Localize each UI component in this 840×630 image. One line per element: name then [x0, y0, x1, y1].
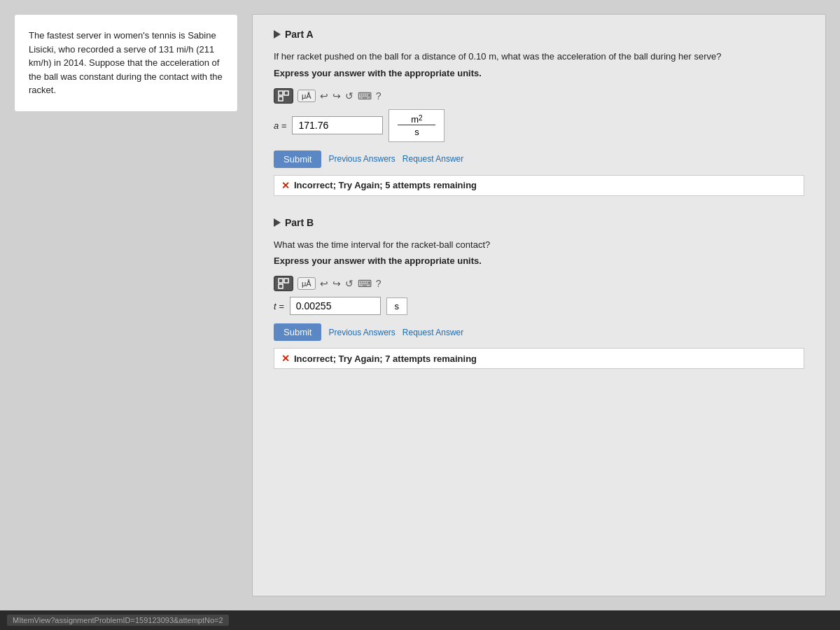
part-a-chevron[interactable] — [274, 30, 281, 38]
part-a-answer-label: a = — [274, 120, 286, 131]
bottom-bar: MItemView?assignmentProblemID=159123093&… — [0, 610, 840, 630]
url-display: MItemView?assignmentProblemID=159123093&… — [7, 615, 229, 626]
part-b-answer-row: t = s — [274, 297, 804, 315]
help-icon-b[interactable]: ? — [376, 278, 382, 289]
part-b-chevron[interactable] — [274, 218, 281, 227]
problem-context-panel: The fastest server in women's tennis is … — [14, 14, 238, 112]
part-a-submit-button[interactable]: Submit — [274, 150, 321, 168]
svg-rect-3 — [279, 279, 283, 283]
part-a-submit-row: Submit Previous Answers Request Answer — [274, 150, 804, 168]
part-b-toolbar: μÅ ↩ ↪ ↺ ⌨ ? — [274, 276, 804, 291]
greek-btn-a[interactable]: μÅ — [298, 90, 316, 102]
part-a-section: Part A If her racket pushed on the ball … — [274, 29, 804, 196]
part-a-header: Part A — [274, 29, 804, 40]
part-a-answer-row: a = m2 s — [274, 109, 804, 142]
problem-context-text: The fastest server in women's tennis is … — [29, 30, 223, 95]
part-a-unit-sup: 2 — [419, 114, 423, 122]
matrix-icon-b[interactable] — [274, 276, 293, 291]
part-a-feedback: ✕ Incorrect; Try Again; 5 attempts remai… — [274, 175, 804, 196]
part-a-incorrect-icon: ✕ — [281, 180, 290, 191]
part-b-unit: s — [386, 298, 407, 315]
part-b-answer-input[interactable] — [290, 297, 381, 315]
part-b-label: Part B — [285, 217, 314, 228]
part-a-previous-answers-link[interactable]: Previous Answers — [328, 154, 395, 164]
svg-rect-4 — [284, 279, 288, 283]
svg-rect-0 — [279, 91, 283, 95]
redo-icon-b[interactable]: ↪ — [332, 278, 341, 289]
help-icon-a[interactable]: ? — [376, 90, 382, 102]
svg-rect-1 — [284, 91, 288, 95]
part-a-toolbar: μÅ ↩ ↪ ↺ ⌨ ? — [274, 88, 804, 104]
part-b-section: Part B What was the time interval for th… — [274, 217, 804, 370]
part-b-question: What was the time interval for the racke… — [274, 238, 804, 252]
part-a-feedback-text: Incorrect; Try Again; 5 attempts remaini… — [294, 180, 477, 190]
part-a-answer-input[interactable] — [292, 116, 383, 134]
part-b-request-answer-link[interactable]: Request Answer — [402, 328, 463, 337]
part-a-request-answer-link[interactable]: Request Answer — [402, 154, 463, 164]
part-a-unit-numerator: m — [411, 114, 419, 125]
keyboard-icon-b[interactable]: ⌨ — [358, 278, 372, 289]
part-b-feedback-text: Incorrect; Try Again; 7 attempts remaini… — [294, 354, 477, 364]
part-a-express: Express your answer with the appropriate… — [274, 68, 804, 78]
undo-icon-b[interactable]: ↩ — [320, 278, 328, 289]
redo-icon-a[interactable]: ↪ — [332, 90, 341, 102]
part-b-header: Part B — [274, 217, 804, 228]
part-b-express: Express your answer with the appropriate… — [274, 255, 804, 266]
greek-btn-b[interactable]: μÅ — [298, 277, 316, 290]
part-b-incorrect-icon: ✕ — [281, 353, 290, 364]
reset-icon-a[interactable]: ↺ — [345, 90, 354, 102]
part-a-label: Part A — [285, 29, 314, 40]
svg-rect-5 — [279, 284, 283, 288]
part-b-feedback: ✕ Incorrect; Try Again; 7 attempts remai… — [274, 348, 804, 369]
part-a-unit-denominator: s — [398, 125, 435, 137]
reset-icon-b[interactable]: ↺ — [345, 278, 354, 289]
part-a-question: If her racket pushed on the ball for a d… — [274, 50, 804, 64]
matrix-icon[interactable] — [274, 88, 293, 104]
part-b-previous-answers-link[interactable]: Previous Answers — [328, 328, 395, 337]
keyboard-icon-a[interactable]: ⌨ — [358, 90, 372, 102]
answer-panel: Part A If her racket pushed on the ball … — [252, 14, 826, 596]
part-b-submit-button[interactable]: Submit — [274, 323, 321, 341]
part-b-answer-label: t = — [274, 301, 284, 312]
undo-icon-a[interactable]: ↩ — [320, 90, 328, 102]
part-a-unit-box: m2 s — [388, 109, 444, 142]
svg-rect-2 — [279, 97, 283, 101]
part-b-submit-row: Submit Previous Answers Request Answer — [274, 323, 804, 341]
